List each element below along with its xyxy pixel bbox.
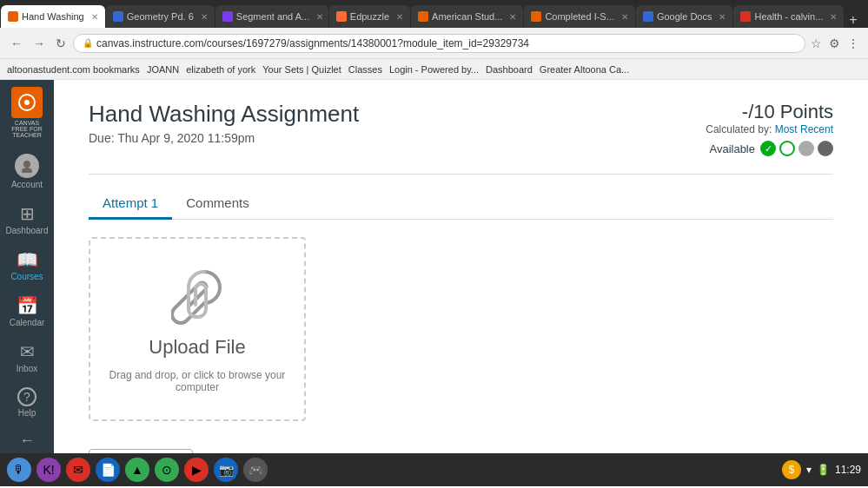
canvas-favicon xyxy=(8,11,18,22)
completed-favicon xyxy=(531,11,541,22)
tab-label: Google Docs xyxy=(657,11,712,22)
sidebar-item-help[interactable]: ? Help xyxy=(3,382,51,423)
app-container: CANVASFREE FOR TEACHER Account ⊞ Dashboa… xyxy=(0,80,868,453)
sidebar: CANVASFREE FOR TEACHER Account ⊞ Dashboa… xyxy=(0,80,54,453)
forward-button[interactable]: → xyxy=(30,35,49,52)
sidebar-bottom: ← xyxy=(16,426,38,455)
tab-bar: Hand Washing ✕ Geometry Pd. 6 ✕ Segment … xyxy=(0,0,868,28)
new-tab-button[interactable]: + xyxy=(844,12,862,28)
taskbar-icon-chrome[interactable]: ⊙ xyxy=(155,458,179,482)
collapse-icon: ← xyxy=(19,432,35,450)
account-avatar-icon xyxy=(20,159,34,173)
status-circle-dark xyxy=(818,141,833,156)
sidebar-item-inbox[interactable]: ✉ Inbox xyxy=(3,336,51,379)
taskbar-icon-drive[interactable]: ▲ xyxy=(125,458,149,482)
available-row: Available ✓ xyxy=(706,141,833,156)
points-section: -/10 Points Calculated by: Most Recent A… xyxy=(706,101,833,156)
taskbar-notification-icon[interactable]: $ xyxy=(782,460,801,479)
tab-close-icon[interactable]: ✕ xyxy=(509,12,516,22)
upload-box[interactable]: Upload File Drag and drop, or click to b… xyxy=(89,237,306,421)
address-bar[interactable]: 🔒 canvas.instructure.com/courses/1697279… xyxy=(73,34,805,53)
taskbar-icon-mail[interactable]: ✉ xyxy=(66,458,90,482)
calendar-icon: 📅 xyxy=(17,295,38,316)
bookmark-elizabeth[interactable]: elizabeth of york xyxy=(186,64,255,75)
tab-attempt-1[interactable]: Attempt 1 xyxy=(89,188,172,220)
calculated-by-link[interactable]: Most Recent xyxy=(775,123,833,135)
sidebar-item-account-label: Account xyxy=(11,180,43,189)
tab-comments[interactable]: Comments xyxy=(172,188,263,220)
assignment-title: Hand Washing Assignment xyxy=(89,101,359,128)
courses-icon: 📖 xyxy=(17,249,38,270)
bookmark-greater-altoona[interactable]: Greater Altoona Ca... xyxy=(540,64,629,75)
tab-edpuzzle[interactable]: Edpuzzle ✕ xyxy=(329,5,410,28)
taskbar-time: 11:29 xyxy=(835,464,861,476)
bookmark-dashboard[interactable]: Dashboard xyxy=(486,64,533,75)
help-icon: ? xyxy=(17,387,36,406)
status-circle-gray xyxy=(798,141,814,156)
tab-google-docs[interactable]: Google Docs ✕ xyxy=(636,5,733,28)
status-indicators: ✓ xyxy=(760,141,833,156)
tab-close-icon[interactable]: ✕ xyxy=(201,12,208,22)
extensions-icon[interactable]: ⚙ xyxy=(827,35,842,52)
bookmark-quizlet[interactable]: Your Sets | Quizlet xyxy=(262,64,341,75)
back-button[interactable]: ← xyxy=(7,35,26,52)
assignment-header: Hand Washing Assignment Due: Thu Apr 9, … xyxy=(89,101,833,156)
tab-label: Edpuzzle xyxy=(350,11,389,22)
taskbar-icon-docs[interactable]: 📄 xyxy=(96,458,120,482)
available-label: Available xyxy=(709,142,755,155)
canvas-logo: CANVASFREE FOR TEACHER xyxy=(0,87,54,138)
sidebar-item-courses-label: Courses xyxy=(10,272,43,281)
tab-health[interactable]: Health - calvin... ✕ xyxy=(733,5,844,28)
geometry-favicon xyxy=(113,11,123,22)
taskbar: 🎙 K! ✉ 📄 ▲ ⊙ ▶ 📷 🎮 $ ▾ 🔋 11:29 xyxy=(0,453,868,486)
bookmark-joann[interactable]: JOANN xyxy=(147,64,179,75)
sidebar-collapse-button[interactable]: ← xyxy=(16,426,38,455)
tab-close-icon[interactable]: ✕ xyxy=(91,12,98,22)
taskbar-icon-other[interactable]: 🎮 xyxy=(243,458,268,482)
health-favicon xyxy=(740,11,751,22)
calculated-by-label: Calculated by: xyxy=(706,123,772,135)
more-icon[interactable]: ⋮ xyxy=(845,35,861,52)
sidebar-item-calendar-label: Calendar xyxy=(10,318,45,327)
canvas-logo-icon xyxy=(17,93,36,112)
svg-point-1 xyxy=(24,100,30,105)
sidebar-item-dashboard[interactable]: ⊞ Dashboard xyxy=(3,198,51,241)
sidebar-item-calendar[interactable]: 📅 Calendar xyxy=(3,290,51,333)
more-options-button[interactable]: More Options xyxy=(89,449,193,453)
refresh-button[interactable]: ↻ xyxy=(52,35,70,52)
assignment-due: Due: Thu Apr 9, 2020 11:59pm xyxy=(89,131,359,145)
star-icon[interactable]: ☆ xyxy=(809,35,824,52)
tab-label: Completed I-S... xyxy=(545,11,613,22)
navigation-bar: ← → ↻ 🔒 canvas.instructure.com/courses/1… xyxy=(0,28,868,59)
battery-icon: 🔋 xyxy=(817,464,830,476)
svg-point-2 xyxy=(23,161,30,168)
taskbar-icon-camera[interactable]: 📷 xyxy=(214,458,238,482)
tab-close-icon[interactable]: ✕ xyxy=(719,12,726,22)
taskbar-icon-microphone[interactable]: 🎙 xyxy=(7,458,31,482)
check-icon: ✓ xyxy=(765,143,772,155)
paperclip-icon xyxy=(171,265,223,326)
bookmark-login[interactable]: Login - Powered by... xyxy=(389,64,479,75)
tab-hand-washing[interactable]: Hand Washing ✕ xyxy=(1,5,105,28)
tab-completed[interactable]: Completed I-S... ✕ xyxy=(524,5,634,28)
bookmark-altoona[interactable]: altoonastudent.com bookmarks xyxy=(7,64,140,75)
taskbar-icon-youtube[interactable]: ▶ xyxy=(184,458,209,482)
attempt-tabs: Attempt 1 Comments xyxy=(89,188,833,220)
tab-close-icon[interactable]: ✕ xyxy=(316,12,323,22)
status-circle-white xyxy=(779,141,795,156)
logo-box xyxy=(11,87,43,118)
sidebar-item-account[interactable]: Account xyxy=(3,148,51,195)
tab-close-icon[interactable]: ✕ xyxy=(830,12,837,22)
upload-title: Upload File xyxy=(149,336,245,359)
gdocs-favicon xyxy=(643,11,653,22)
bookmark-classes[interactable]: Classes xyxy=(348,64,382,75)
taskbar-icon-kahoot[interactable]: K! xyxy=(36,458,61,482)
edpuzzle-favicon xyxy=(336,11,347,22)
tab-close-icon[interactable]: ✕ xyxy=(396,12,403,22)
sidebar-item-courses[interactable]: 📖 Courses xyxy=(3,244,51,287)
tab-geometry[interactable]: Geometry Pd. 6 ✕ xyxy=(106,5,215,28)
address-text: canvas.instructure.com/courses/1697279/a… xyxy=(96,37,529,49)
tab-close-icon[interactable]: ✕ xyxy=(621,12,628,22)
tab-american[interactable]: American Stud... ✕ xyxy=(411,5,523,28)
tab-segment[interactable]: Segment and A... ✕ xyxy=(215,5,328,28)
